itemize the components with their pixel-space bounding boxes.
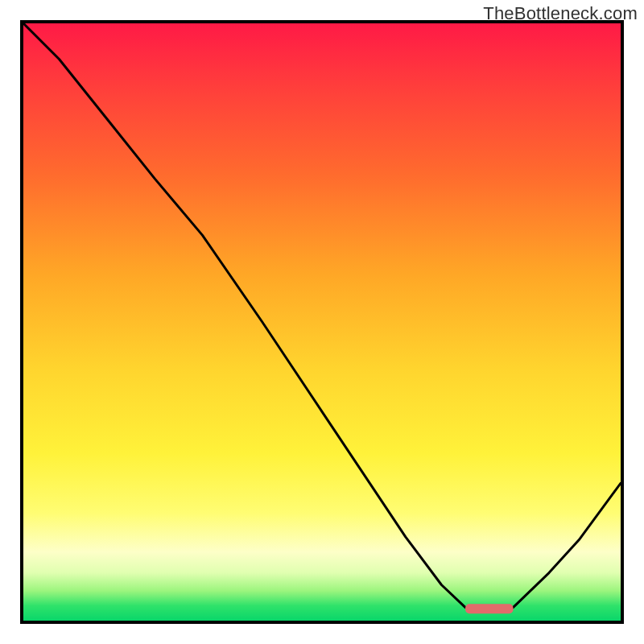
chart-svg [23, 23, 621, 621]
optimal-marker [465, 604, 513, 613]
chart-container: TheBottleneck.com [0, 0, 644, 644]
bottleneck-curve [23, 23, 621, 609]
watermark-text: TheBottleneck.com [483, 3, 638, 24]
